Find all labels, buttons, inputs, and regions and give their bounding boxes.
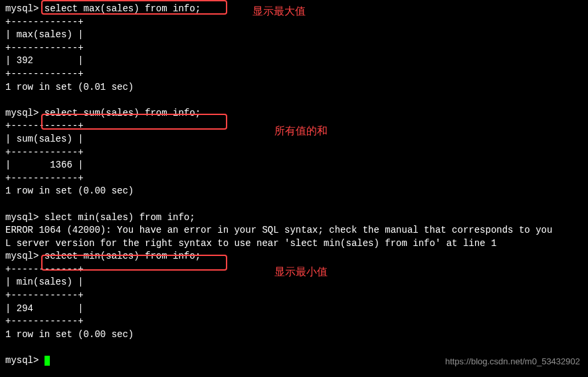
table-border: +------------+ xyxy=(5,315,583,328)
sql-command-min: select min(sales) from info; xyxy=(45,251,201,261)
table-data-row: | 294 | xyxy=(5,303,583,316)
timing-info: 1 row in set (0.00 sec) xyxy=(5,185,583,198)
column-header: sum(sales) xyxy=(17,134,72,144)
table-data-row: | 392 | xyxy=(5,55,583,68)
mysql-prompt: mysql> xyxy=(5,212,45,223)
table-border: +------------+ xyxy=(5,42,583,55)
table-border: +------------+ xyxy=(5,172,583,186)
result-value: 392 xyxy=(17,55,33,66)
table-data-row: | 1366 | xyxy=(5,159,583,172)
table-border: +------------+ xyxy=(5,146,583,160)
timing-info: 1 row in set (0.00 sec) xyxy=(5,328,583,342)
mysql-prompt: mysql> xyxy=(5,108,45,118)
annotation-text: 显示最小值 xyxy=(274,265,328,279)
column-header: max(sales) xyxy=(17,29,72,40)
timing-info: 1 row in set (0.01 sec) xyxy=(5,81,583,94)
table-border: +------------+ xyxy=(5,289,583,303)
sql-command-max: select max(sales) from info; xyxy=(45,3,201,14)
error-message: ERROR 1064 (42000): You have an error in… xyxy=(5,224,583,237)
table-border: +------------+ xyxy=(5,68,583,81)
terminal-output: mysql> select max(sales) from info; +---… xyxy=(5,3,583,368)
mysql-prompt: mysql> xyxy=(5,355,45,366)
mysql-prompt: mysql> xyxy=(5,251,45,261)
watermark-text: https://blog.csdn.net/m0_53432902 xyxy=(445,356,580,368)
column-header: min(sales) xyxy=(17,277,72,287)
result-value: 294 xyxy=(17,303,33,314)
mysql-prompt: mysql> xyxy=(5,3,45,14)
annotation-text: 显示最大值 xyxy=(252,4,306,19)
cursor-block-icon[interactable] xyxy=(45,356,50,366)
sql-command-typo: slect min(sales) from info; xyxy=(45,212,195,223)
sql-command-sum: select sum(sales) from info; xyxy=(45,108,201,118)
result-value: 1366 xyxy=(17,160,72,170)
table-header-row: | max(sales) | xyxy=(5,29,583,42)
annotation-text: 所有值的和 xyxy=(274,124,328,138)
error-message: L server version for the right syntax to… xyxy=(5,237,583,251)
